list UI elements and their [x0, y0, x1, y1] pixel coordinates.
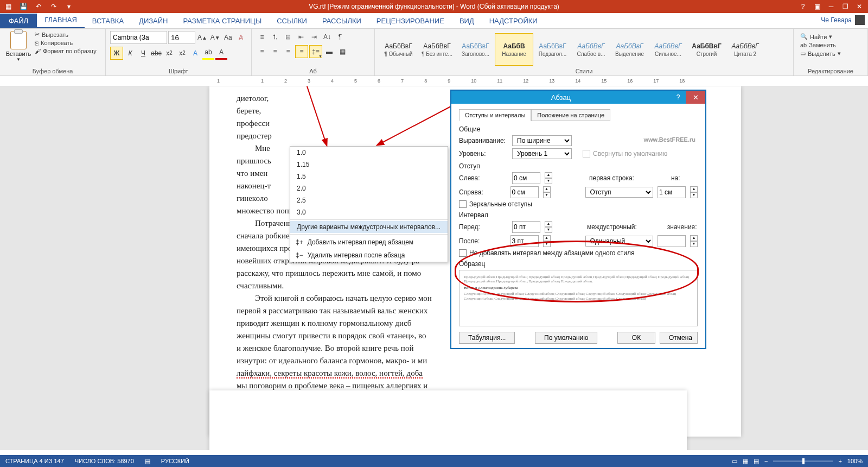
tab-insert[interactable]: ВСТАВКА: [85, 14, 131, 28]
borders-button[interactable]: ▦: [336, 46, 348, 58]
highlight-button[interactable]: ab: [202, 46, 214, 60]
align-center-button[interactable]: ≡: [269, 46, 281, 58]
dialog-close-icon[interactable]: ✕: [686, 91, 705, 104]
close-icon[interactable]: ✕: [853, 1, 866, 12]
outline-level-select[interactable]: Уровень 1: [512, 148, 572, 159]
tab-mailings[interactable]: РАССЫЛКИ: [315, 14, 369, 28]
dialog-tab-indents[interactable]: Отступы и интервалы: [459, 109, 531, 121]
tab-review[interactable]: РЕЦЕНЗИРОВАНИЕ: [369, 14, 452, 28]
document-page-next[interactable]: [209, 390, 687, 450]
sort-button[interactable]: A↓: [321, 31, 333, 43]
add-before-icon: ‡+: [296, 238, 303, 246]
mirror-indents-checkbox[interactable]: [459, 200, 467, 208]
font-color-button[interactable]: A: [215, 46, 227, 60]
line-spacing-button[interactable]: ‡≡▼: [309, 45, 322, 58]
style-item[interactable]: АаБбВвГСтрогий: [687, 33, 726, 66]
spacing-option[interactable]: 2.0: [290, 182, 448, 194]
ok-button[interactable]: ОК: [617, 332, 655, 344]
space-before-input[interactable]: [512, 221, 540, 233]
underline-button[interactable]: Ч: [137, 47, 149, 59]
numbering-button[interactable]: ⒈: [269, 31, 281, 43]
dialog-tab-position[interactable]: Положение на странице: [531, 109, 610, 121]
ruler[interactable]: 1123456789101112131415161718: [0, 76, 868, 86]
styles-gallery[interactable]: АаБбВвГ¶ ОбычныйАаБбВвГ¶ Без инте...АаБб…: [379, 31, 789, 67]
style-item[interactable]: АаБбВвГ¶ Без инте...: [418, 33, 456, 66]
spacing-option[interactable]: 1.5: [290, 171, 448, 182]
text-effects-button[interactable]: A: [189, 47, 201, 59]
style-item[interactable]: АаБбВвГСильное...: [649, 33, 687, 66]
style-item[interactable]: АаБбВвГЗаголово...: [456, 33, 495, 66]
alignment-select[interactable]: По ширине: [512, 135, 572, 146]
qat-customize-icon[interactable]: ▾: [63, 1, 75, 12]
cut-button[interactable]: ✂Вырезать: [35, 31, 97, 38]
tab-addins[interactable]: НАДСТРОЙКИ: [482, 14, 545, 28]
style-item[interactable]: АаБбВНазвание: [495, 33, 533, 66]
line-spacing-at-input[interactable]: [658, 235, 686, 247]
app-icon[interactable]: ▦: [2, 1, 14, 12]
font-size-input[interactable]: [168, 31, 195, 44]
indent-right-input[interactable]: [510, 186, 539, 198]
style-item[interactable]: АаБбВвГВыделение: [610, 33, 649, 66]
find-button[interactable]: 🔍Найти ▾: [800, 33, 861, 40]
first-line-by-input[interactable]: [658, 186, 686, 198]
tab-design[interactable]: ДИЗАЙН: [131, 14, 175, 28]
style-item[interactable]: АаБбВвГЦитата 2: [726, 33, 764, 66]
indent-left-input[interactable]: [512, 172, 540, 184]
select-button[interactable]: ▭Выделить ▾: [800, 50, 861, 57]
multilevel-button[interactable]: ⊟: [282, 31, 294, 43]
line-spacing-select[interactable]: Одинарный: [585, 236, 653, 247]
align-left-button[interactable]: ≡: [256, 46, 268, 58]
bullets-button[interactable]: ≡: [256, 31, 268, 43]
style-item[interactable]: АаБбВвГПодзагол...: [533, 33, 572, 66]
subscript-button[interactable]: x2: [163, 47, 175, 59]
default-button[interactable]: По умолчанию: [535, 332, 597, 344]
first-line-select[interactable]: Отступ: [585, 187, 653, 198]
dialog-titlebar[interactable]: Абзац ? ✕: [451, 91, 705, 104]
clear-format-button[interactable]: A̷: [235, 31, 247, 43]
remove-space-after[interactable]: ‡−Удалить интервал после абзаца: [290, 249, 448, 262]
align-right-button[interactable]: ≡: [282, 46, 294, 58]
add-space-before[interactable]: ‡+Добавить интервал перед абзацем: [290, 236, 448, 249]
superscript-button[interactable]: x2: [176, 47, 188, 59]
tabs-button[interactable]: Табуляция...: [459, 332, 515, 344]
font-family-input[interactable]: [110, 31, 167, 44]
paste-button[interactable]: Вставить ▼: [4, 31, 33, 62]
tab-references[interactable]: ССЫЛКИ: [269, 14, 315, 28]
file-tab[interactable]: ФАЙЛ: [0, 14, 37, 28]
tab-view[interactable]: ВИД: [452, 14, 482, 28]
spacing-option[interactable]: 3.0: [290, 206, 448, 218]
grow-font-button[interactable]: A▲: [196, 31, 208, 43]
help-icon[interactable]: ?: [796, 1, 809, 12]
space-after-input[interactable]: [510, 235, 539, 247]
show-marks-button[interactable]: ¶: [334, 31, 346, 43]
style-item[interactable]: АаБбВвГ¶ Обычный: [379, 33, 418, 66]
style-item[interactable]: АаБбВвГСлабое в...: [572, 33, 610, 66]
format-painter-button[interactable]: 🖌Формат по образцу: [35, 48, 97, 54]
strike-button[interactable]: abc: [150, 47, 162, 59]
spacing-option[interactable]: 1.15: [290, 159, 448, 171]
bold-button[interactable]: Ж: [110, 47, 123, 60]
account-area[interactable]: Че Гевара: [821, 15, 865, 25]
redo-icon[interactable]: ↷: [48, 1, 60, 12]
tab-layout[interactable]: РАЗМЕТКА СТРАНИЦЫ: [176, 14, 270, 28]
more-spacing-options[interactable]: Другие варианты междустрочных интервалов…: [290, 221, 448, 233]
italic-button[interactable]: К: [124, 47, 136, 59]
restore-icon[interactable]: ❐: [839, 1, 852, 12]
increase-indent-button[interactable]: ⇥: [308, 31, 320, 43]
shrink-font-button[interactable]: A▼: [209, 31, 221, 43]
decrease-indent-button[interactable]: ⇤: [295, 31, 307, 43]
cancel-button[interactable]: Отмена: [660, 332, 698, 344]
copy-button[interactable]: ⎘Копировать: [35, 40, 97, 46]
dont-add-space-checkbox[interactable]: [459, 249, 467, 257]
tab-home[interactable]: ГЛАВНАЯ: [37, 12, 85, 28]
replace-button[interactable]: abЗаменить: [800, 42, 861, 48]
minimize-icon[interactable]: ─: [825, 1, 838, 12]
spacing-option[interactable]: 2.5: [290, 194, 448, 206]
align-justify-button[interactable]: ≡: [295, 45, 308, 58]
save-icon[interactable]: 💾: [17, 1, 29, 12]
dialog-help-icon[interactable]: ?: [671, 93, 686, 101]
undo-icon[interactable]: ↶: [33, 1, 44, 12]
change-case-button[interactable]: Aa: [222, 31, 234, 43]
shading-button[interactable]: ▬: [323, 46, 335, 58]
ribbon-display-icon[interactable]: ▣: [810, 1, 824, 12]
